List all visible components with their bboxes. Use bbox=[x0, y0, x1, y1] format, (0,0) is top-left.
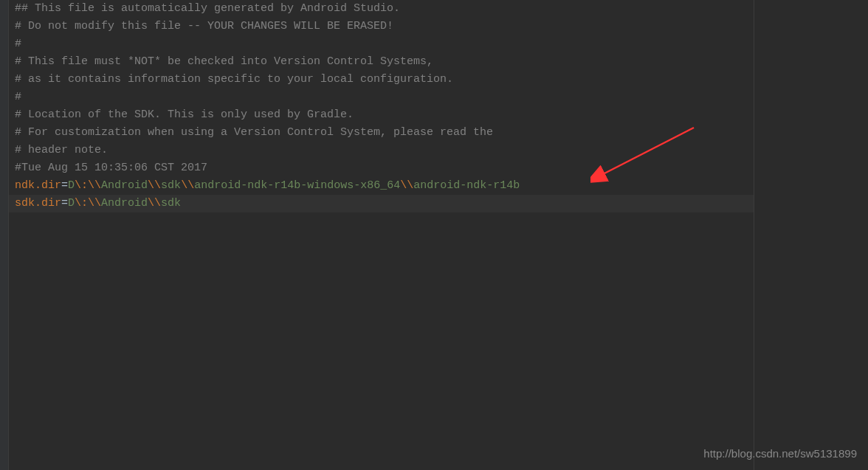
path-segment: android-ndk-r14b bbox=[413, 179, 520, 192]
code-line[interactable]: # For customization when using a Version… bbox=[15, 124, 748, 142]
watermark-text: http://blog.csdn.net/sw5131899 bbox=[703, 445, 857, 463]
path-escape: \\ bbox=[148, 179, 161, 192]
path-escape: \\ bbox=[181, 179, 194, 192]
code-line[interactable]: # bbox=[15, 35, 748, 53]
code-content: ## This file is automatically generated … bbox=[15, 0, 748, 212]
editor-gutter bbox=[0, 0, 9, 470]
code-line[interactable]: ## This file is automatically generated … bbox=[15, 0, 748, 18]
property-key: ndk.dir bbox=[15, 179, 61, 192]
editor-container: ## This file is automatically generated … bbox=[0, 0, 868, 470]
path-drive: D bbox=[68, 179, 75, 192]
path-escape: \\ bbox=[88, 197, 101, 210]
code-line[interactable]: # as it contains information specific to… bbox=[15, 71, 748, 89]
code-line[interactable]: # bbox=[15, 89, 748, 106]
path-escape: \\ bbox=[400, 179, 413, 192]
path-escape: \: bbox=[75, 179, 88, 192]
code-line[interactable]: # Location of the SDK. This is only used… bbox=[15, 106, 748, 124]
path-segment: sdk bbox=[161, 197, 181, 210]
code-line-sdk[interactable]: sdk.dir=D\:\\Android\\sdk bbox=[15, 195, 748, 212]
path-segment: Android bbox=[101, 197, 148, 210]
equals-sign: = bbox=[61, 197, 68, 210]
code-line[interactable]: #Tue Aug 15 10:35:06 CST 2017 bbox=[15, 159, 748, 177]
path-segment: Android bbox=[101, 179, 148, 192]
path-escape: \\ bbox=[88, 179, 101, 192]
code-line[interactable]: # This file must *NOT* be checked into V… bbox=[15, 53, 748, 71]
code-line-ndk[interactable]: ndk.dir=D\:\\Android\\sdk\\android-ndk-r… bbox=[15, 177, 748, 195]
property-key: sdk.dir bbox=[15, 197, 61, 210]
code-line[interactable]: # header note. bbox=[15, 142, 748, 159]
path-segment: sdk bbox=[161, 179, 181, 192]
path-escape: \: bbox=[75, 197, 88, 210]
equals-sign: = bbox=[61, 179, 68, 192]
editor-right-margin bbox=[754, 0, 868, 470]
code-editor[interactable]: ## This file is automatically generated … bbox=[9, 0, 754, 470]
path-segment: android-ndk-r14b-windows-x86_64 bbox=[194, 179, 400, 192]
code-line[interactable]: # Do not modify this file -- YOUR CHANGE… bbox=[15, 18, 748, 35]
path-escape: \\ bbox=[148, 197, 161, 210]
path-drive: D bbox=[68, 197, 75, 210]
